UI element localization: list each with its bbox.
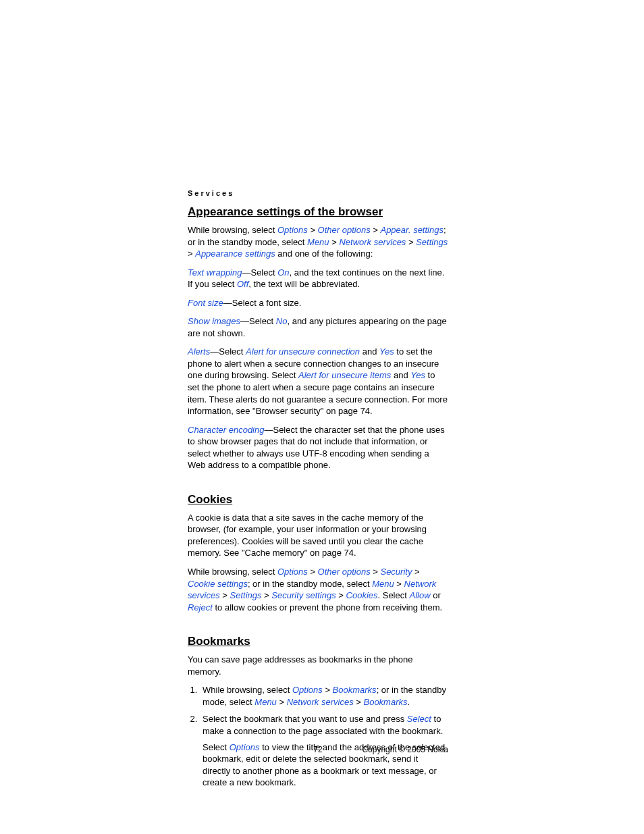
link-cookies[interactable]: Cookies xyxy=(346,590,378,600)
link-alerts[interactable]: Alerts xyxy=(188,346,210,357)
link-text-wrapping[interactable]: Text wrapping xyxy=(188,267,242,278)
copyright: Copyright © 2005 Nokia xyxy=(362,745,448,754)
link-allow[interactable]: Allow xyxy=(409,590,430,600)
link-yes[interactable]: Yes xyxy=(410,370,425,380)
link-options[interactable]: Options xyxy=(230,742,260,752)
bookmarks-steps: While browsing, select Options > Bookmar… xyxy=(188,684,448,788)
page-number: 72 xyxy=(313,745,322,754)
link-alert-unsecure-connection[interactable]: Alert for unsecure connection xyxy=(246,346,360,357)
link-character-encoding[interactable]: Character encoding xyxy=(188,425,264,435)
heading-bookmarks: Bookmarks xyxy=(188,635,448,648)
font-size-para: Font size—Select a font size. xyxy=(188,297,448,309)
link-options[interactable]: Options xyxy=(277,225,308,235)
page-header: Services xyxy=(188,189,448,197)
link-alert-unsecure-items[interactable]: Alert for unsecure items xyxy=(298,370,391,380)
link-options[interactable]: Options xyxy=(277,567,308,577)
heading-cookies: Cookies xyxy=(188,493,448,506)
link-menu[interactable]: Menu xyxy=(307,237,329,247)
link-menu[interactable]: Menu xyxy=(372,579,394,589)
link-network-services[interactable]: Network services xyxy=(287,697,354,707)
link-bookmarks[interactable]: Bookmarks xyxy=(333,685,377,695)
link-settings[interactable]: Settings xyxy=(416,237,448,247)
link-other-options[interactable]: Other options xyxy=(318,567,371,577)
link-network-services[interactable]: Network services xyxy=(339,237,406,247)
show-images-para: Show images—Select No, and any pictures … xyxy=(188,315,448,339)
link-other-options[interactable]: Other options xyxy=(318,225,371,235)
link-security-settings[interactable]: Security settings xyxy=(271,590,336,600)
cookies-intro: A cookie is data that a site saves in th… xyxy=(188,512,448,559)
link-on[interactable]: On xyxy=(277,267,289,278)
link-settings[interactable]: Settings xyxy=(230,590,262,600)
link-appear-settings[interactable]: Appear. settings xyxy=(380,225,443,235)
character-encoding-para: Character encoding—Select the character … xyxy=(188,424,448,471)
heading-appearance: Appearance settings of the browser xyxy=(188,205,448,219)
link-no[interactable]: No xyxy=(276,316,288,326)
alerts-para: Alerts—Select Alert for unsecure connect… xyxy=(188,346,448,417)
appearance-intro: While browsing, select Options > Other o… xyxy=(188,224,448,260)
link-menu[interactable]: Menu xyxy=(254,697,277,707)
document-page: Services Appearance settings of the brow… xyxy=(0,0,644,834)
link-show-images[interactable]: Show images xyxy=(188,316,240,326)
link-yes[interactable]: Yes xyxy=(379,346,394,357)
link-bookmarks[interactable]: Bookmarks xyxy=(363,697,407,707)
link-options[interactable]: Options xyxy=(292,685,323,695)
cookies-path: While browsing, select Options > Other o… xyxy=(188,566,448,613)
bookmarks-intro: You can save page addresses as bookmarks… xyxy=(188,654,448,677)
link-appearance-settings[interactable]: Appearance settings xyxy=(195,249,275,259)
link-select[interactable]: Select xyxy=(407,714,431,724)
link-reject[interactable]: Reject xyxy=(188,602,213,613)
link-off[interactable]: Off xyxy=(237,279,248,289)
list-item: While browsing, select Options > Bookmar… xyxy=(200,684,448,708)
link-security[interactable]: Security xyxy=(380,567,412,577)
link-font-size[interactable]: Font size xyxy=(188,298,223,308)
text-wrapping-para: Text wrapping—Select On, and the text co… xyxy=(188,267,448,290)
link-cookie-settings[interactable]: Cookie settings xyxy=(188,579,248,589)
